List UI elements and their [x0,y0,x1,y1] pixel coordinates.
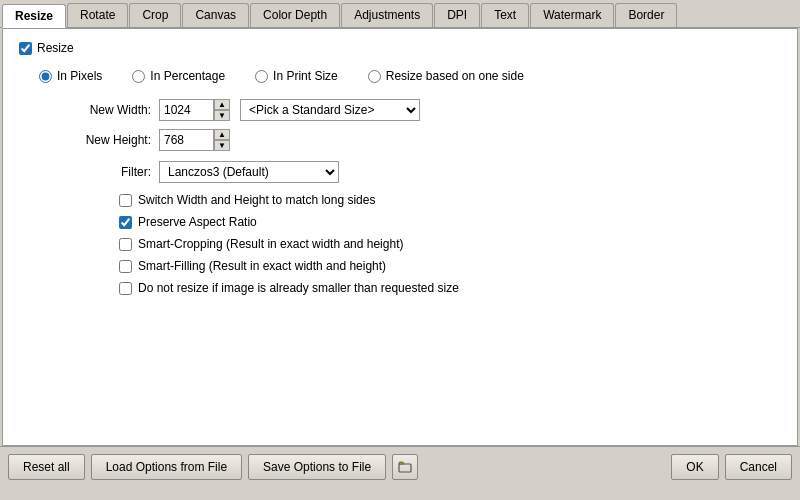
height-label: New Height: [79,133,159,147]
tab-rotate[interactable]: Rotate [67,3,128,27]
width-up-btn[interactable]: ▲ [214,99,230,110]
tab-bar: Resize Rotate Crop Canvas Color Depth Ad… [0,0,800,28]
radio-in-percentage: In Percentage [132,69,225,83]
width-spinner: ▲ ▼ [214,99,230,121]
no-resize-smaller-row: Do not resize if image is already smalle… [119,281,781,295]
tab-text[interactable]: Text [481,3,529,27]
height-row: New Height: ▲ ▼ [79,129,781,151]
width-row: New Width: ▲ ▼ <Pick a Standard Size> 64… [79,99,781,121]
switch-wh-checkbox[interactable] [119,194,132,207]
load-options-button[interactable]: Load Options from File [91,454,242,480]
filter-dropdown[interactable]: Lanczos3 (Default) Bilinear Bicubic Near… [159,161,339,183]
enable-resize-checkbox[interactable] [19,42,32,55]
radio-resize-one-side-input[interactable] [368,70,381,83]
radio-in-pixels-input[interactable] [39,70,52,83]
folder-icon [398,460,412,474]
no-resize-smaller-label: Do not resize if image is already smalle… [138,281,459,295]
tab-dpi[interactable]: DPI [434,3,480,27]
radio-in-pixels: In Pixels [39,69,102,83]
smart-fill-row: Smart-Filling (Result in exact width and… [119,259,781,273]
filter-label: Filter: [79,165,159,179]
standard-size-dropdown[interactable]: <Pick a Standard Size> 640 × 480 800 × 6… [240,99,420,121]
height-spinner: ▲ ▼ [214,129,230,151]
filter-row: Filter: Lanczos3 (Default) Bilinear Bicu… [79,161,781,183]
switch-wh-row: Switch Width and Height to match long si… [119,193,781,207]
tab-watermark[interactable]: Watermark [530,3,614,27]
radio-in-print-size-input[interactable] [255,70,268,83]
radio-in-percentage-label: In Percentage [150,69,225,83]
radio-in-pixels-label: In Pixels [57,69,102,83]
width-section: New Width: ▲ ▼ <Pick a Standard Size> 64… [19,99,781,151]
tab-canvas[interactable]: Canvas [182,3,249,27]
tab-border[interactable]: Border [615,3,677,27]
width-label: New Width: [79,103,159,117]
folder-icon-button[interactable] [392,454,418,480]
main-panel: Resize In Pixels In Percentage In Print … [2,28,798,446]
tab-resize[interactable]: Resize [2,4,66,28]
preserve-aspect-label: Preserve Aspect Ratio [138,215,257,229]
radio-resize-one-side: Resize based on one side [368,69,524,83]
preserve-aspect-checkbox[interactable] [119,216,132,229]
filter-section: Filter: Lanczos3 (Default) Bilinear Bicu… [19,161,781,183]
no-resize-smaller-checkbox[interactable] [119,282,132,295]
radio-resize-one-side-label: Resize based on one side [386,69,524,83]
height-input-group: ▲ ▼ [159,129,230,151]
reset-all-button[interactable]: Reset all [8,454,85,480]
tab-adjustments[interactable]: Adjustments [341,3,433,27]
width-down-btn[interactable]: ▼ [214,110,230,121]
radio-in-print-size-label: In Print Size [273,69,338,83]
smart-fill-label: Smart-Filling (Result in exact width and… [138,259,386,273]
tab-color-depth[interactable]: Color Depth [250,3,340,27]
smart-fill-checkbox[interactable] [119,260,132,273]
width-input-group: ▲ ▼ [159,99,230,121]
height-input[interactable] [159,129,214,151]
smart-crop-label: Smart-Cropping (Result in exact width an… [138,237,403,251]
save-options-button[interactable]: Save Options to File [248,454,386,480]
switch-wh-label: Switch Width and Height to match long si… [138,193,375,207]
height-down-btn[interactable]: ▼ [214,140,230,151]
tab-crop[interactable]: Crop [129,3,181,27]
svg-rect-0 [399,464,411,472]
enable-resize-row: Resize [19,41,781,55]
smart-crop-row: Smart-Cropping (Result in exact width an… [119,237,781,251]
smart-crop-checkbox[interactable] [119,238,132,251]
radio-in-print-size: In Print Size [255,69,338,83]
width-input[interactable] [159,99,214,121]
preserve-aspect-row: Preserve Aspect Ratio [119,215,781,229]
radio-options-row: In Pixels In Percentage In Print Size Re… [19,69,781,83]
radio-in-percentage-input[interactable] [132,70,145,83]
ok-button[interactable]: OK [671,454,718,480]
bottom-bar: Reset all Load Options from File Save Op… [0,446,800,486]
enable-resize-label: Resize [37,41,74,55]
height-up-btn[interactable]: ▲ [214,129,230,140]
cancel-button[interactable]: Cancel [725,454,792,480]
checkboxes-section: Switch Width and Height to match long si… [19,193,781,295]
